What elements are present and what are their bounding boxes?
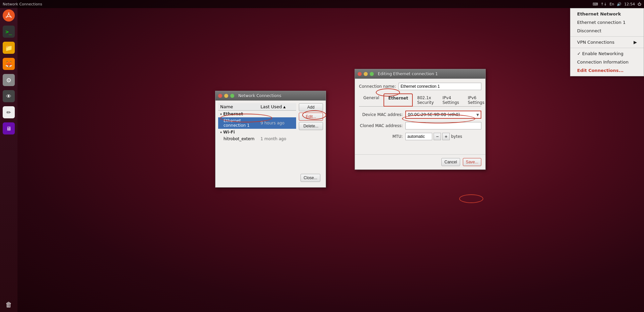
sidebar-item-files[interactable]: 📁 xyxy=(1,40,16,55)
conn-name-ethernet-1: Ethernet connection 1 xyxy=(224,118,260,128)
connection-row-ethernet-1[interactable]: Ethernet connection 1 9 hours ago xyxy=(218,117,296,129)
mtu-input[interactable] xyxy=(405,133,432,140)
sidebar-item-eyepiece[interactable]: 👁 xyxy=(1,89,16,104)
tab-ipv6-settings[interactable]: IPv6 Settings xyxy=(464,93,489,107)
menu-separator-2 xyxy=(570,48,644,48)
submenu-arrow-icon: ▶ xyxy=(634,40,637,45)
menu-item-disconnect[interactable]: Disconnect xyxy=(570,27,644,35)
cloned-mac-row: Cloned MAC address: xyxy=(359,122,481,129)
col-header-name: Name xyxy=(220,104,259,109)
sidebar-item-firefox[interactable]: 🦊 xyxy=(1,56,16,71)
tab-802-1x-security[interactable]: 802.1x Security xyxy=(413,93,438,107)
editing-titlebar: Editing Ethernet connection 1 xyxy=(355,69,485,79)
sidebar-item-trash[interactable]: 🗑 xyxy=(1,297,16,312)
connections-table-body: Ethernet Ethernet connection 1 9 hours a… xyxy=(218,111,296,171)
topbar: Network Connections ⌨ ↑↓ En 🔊 12:54 ⏻ xyxy=(0,0,644,8)
sidebar-item-terminal[interactable]: >_ xyxy=(1,24,16,39)
menu-item-enable-networking[interactable]: Enable Networking xyxy=(570,49,644,58)
svg-point-4 xyxy=(8,13,9,13)
editing-inner: Connection name: General Ethernet 802.1x… xyxy=(355,79,485,148)
mtu-increase-button[interactable]: + xyxy=(442,133,450,140)
menu-separator-1 xyxy=(570,36,644,37)
keyboard-icon[interactable]: ⌨ xyxy=(593,2,598,6)
conn-last-used-ethernet-1: 9 hours ago xyxy=(260,121,294,125)
tab-ipv4-settings[interactable]: IPv4 Settings xyxy=(438,93,464,107)
mtu-row: MTU: − + bytes xyxy=(359,133,481,140)
titlebar-close-btn[interactable] xyxy=(218,94,222,98)
cancel-button[interactable]: Cancel xyxy=(441,158,460,166)
sidebar: >_ 📁 🦊 ⚙ 👁 ✏ 🖥 🗑 xyxy=(0,0,17,312)
device-mac-value: 00:0C:29:5E:9D:0B (eth0) xyxy=(408,112,460,117)
menu-item-connection-information[interactable]: Connection Information xyxy=(570,58,644,66)
connection-name-input[interactable] xyxy=(399,83,481,90)
sidebar-item-text-editor[interactable]: ✏ xyxy=(1,105,16,120)
add-connection-button[interactable]: Add xyxy=(299,103,323,111)
ethernet-section-header: Ethernet xyxy=(218,111,296,117)
tab-general[interactable]: General xyxy=(359,93,384,107)
device-mac-row: Device MAC addres: 00:0C:29:5E:9D:0B (et… xyxy=(359,111,481,119)
edit-connection-button[interactable]: Edit... xyxy=(299,113,323,121)
conn-last-used-wifi-1: 1 month ago xyxy=(260,136,294,141)
time: 12:54 xyxy=(624,2,635,6)
cloned-mac-input[interactable] xyxy=(405,122,481,129)
sidebar-item-screen-capture[interactable]: 🖥 xyxy=(1,121,16,136)
highlight-save-button xyxy=(459,194,483,203)
cloned-mac-label: Cloned MAC address: xyxy=(359,123,403,128)
network-connections-title: Network Connections xyxy=(238,93,281,98)
editing-minimize-btn[interactable] xyxy=(364,72,368,76)
menu-item-edit-connections[interactable]: Edit Connections... xyxy=(570,66,644,75)
network-dropdown-menu: Ethernet Network Ethernet connection 1 D… xyxy=(570,8,644,76)
menu-item-vpn-connections[interactable]: VPN Connections ▶ xyxy=(570,38,644,46)
editing-maximize-btn[interactable] xyxy=(370,72,374,76)
trash-icon: 🗑 xyxy=(5,301,12,309)
editing-dialog: Editing Ethernet connection 1 Connection… xyxy=(355,69,486,170)
topbar-title: Network Connections xyxy=(3,2,42,6)
terminal-icon: >_ xyxy=(5,29,12,35)
files-icon: 📁 xyxy=(5,44,12,51)
connections-list: Name Last Used ▲ Ethernet Ethernet conne… xyxy=(218,103,296,171)
eyepiece-icon: 👁 xyxy=(6,93,11,100)
ethernet-tab-content: Device MAC addres: 00:0C:29:5E:9D:0B (et… xyxy=(359,111,481,140)
power-icon[interactable]: ⏻ xyxy=(638,2,641,6)
editing-footer: Cancel Save... xyxy=(355,154,485,169)
editing-tabs-bar: General Ethernet 802.1x Security IPv4 Se… xyxy=(359,93,481,107)
network-connections-titlebar: Network Connections xyxy=(215,91,326,101)
editing-close-btn[interactable] xyxy=(358,72,362,76)
network-icon[interactable]: ↑↓ xyxy=(601,2,607,6)
connections-body: Name Last Used ▲ Ethernet Ethernet conne… xyxy=(218,103,323,171)
delete-connection-button[interactable]: Delete... xyxy=(299,122,323,130)
menu-item-ethernet-connection-1[interactable]: Ethernet connection 1 xyxy=(570,18,644,27)
close-connections-button[interactable]: Close... xyxy=(300,174,320,182)
sidebar-item-settings[interactable]: ⚙ xyxy=(1,73,16,87)
mtu-decrease-button[interactable]: − xyxy=(434,133,441,140)
volume-icon[interactable]: 🔊 xyxy=(617,2,621,6)
wifi-section-header: Wi-Fi xyxy=(218,129,296,135)
lang-icon[interactable]: En xyxy=(609,2,614,6)
conn-name-wifi-1: hitrobot_extern xyxy=(224,136,260,141)
network-connections-dialog: Network Connections Name Last Used ▲ Eth… xyxy=(215,91,326,188)
device-mac-dropdown-arrow: ▼ xyxy=(476,113,479,117)
save-button[interactable]: Save... xyxy=(463,158,481,166)
firefox-icon: 🦊 xyxy=(5,61,12,68)
menu-item-ethernet-network: Ethernet Network xyxy=(570,10,644,18)
mtu-label: MTU: xyxy=(359,134,403,139)
tab-ethernet[interactable]: Ethernet xyxy=(384,93,413,107)
topbar-right: ⌨ ↑↓ En 🔊 12:54 ⏻ xyxy=(593,2,641,6)
titlebar-minimize-btn[interactable] xyxy=(224,94,228,98)
device-mac-label: Device MAC addres: xyxy=(359,112,403,117)
titlebar-maximize-btn[interactable] xyxy=(230,94,234,98)
sidebar-item-ubuntu[interactable] xyxy=(1,8,16,23)
connection-row-wifi-1[interactable]: hitrobot_extern 1 month ago xyxy=(218,135,296,142)
editing-title: Editing Ethernet connection 1 xyxy=(378,72,438,76)
dialog-close-bar: Close... xyxy=(218,171,323,185)
col-header-last-used: Last Used ▲ xyxy=(260,104,294,109)
mtu-controls: − + bytes xyxy=(405,133,462,140)
connection-name-label: Connection name: xyxy=(359,84,396,89)
mtu-unit: bytes xyxy=(451,134,462,139)
screen-capture-icon: 🖥 xyxy=(6,125,11,132)
settings-icon: ⚙ xyxy=(6,77,11,84)
ubuntu-logo xyxy=(3,9,15,22)
device-mac-select[interactable]: 00:0C:29:5E:9D:0B (eth0) ▼ xyxy=(405,111,481,119)
svg-point-5 xyxy=(11,17,11,17)
text-editor-icon: ✏ xyxy=(6,109,11,116)
